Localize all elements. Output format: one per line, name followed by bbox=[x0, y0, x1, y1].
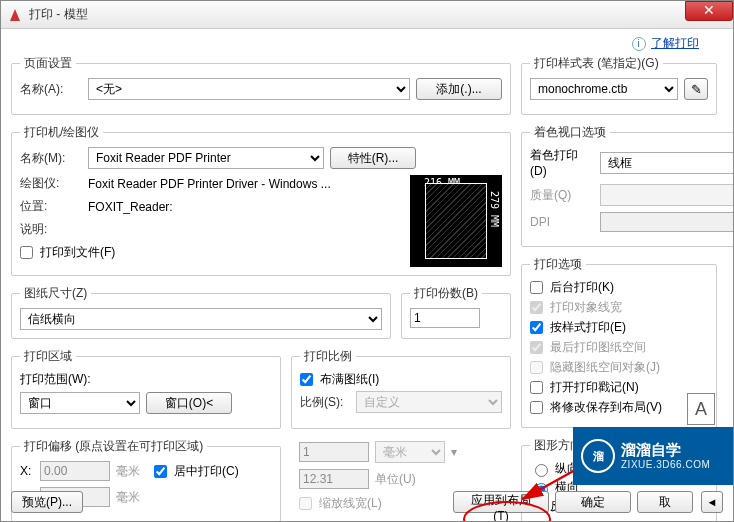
range-label: 打印范围(W): bbox=[20, 371, 272, 388]
watermark-icon: 溜 bbox=[581, 439, 615, 473]
shade-label: 着色打印(D) bbox=[530, 147, 594, 178]
plotter-value: Foxit Reader PDF Printer Driver - Window… bbox=[88, 177, 331, 191]
desc-label: 说明: bbox=[20, 221, 82, 238]
style-table-select[interactable]: monochrome.ctb bbox=[530, 78, 678, 100]
page-name-select[interactable]: <无> bbox=[88, 78, 410, 100]
page-setup-legend: 页面设置 bbox=[20, 55, 76, 72]
dpi-input bbox=[600, 212, 734, 232]
center-check[interactable]: 居中打印(C) bbox=[154, 463, 239, 480]
print-area-group: 打印区域 打印范围(W): 窗口 窗口(O)< bbox=[11, 348, 281, 429]
print-area-legend: 打印区域 bbox=[20, 348, 76, 365]
copies-legend: 打印份数(B) bbox=[410, 285, 482, 302]
window-title: 打印 - 模型 bbox=[29, 6, 88, 23]
shaded-legend: 着色视口选项 bbox=[530, 124, 610, 141]
paper-size-select[interactable]: 信纸横向 bbox=[20, 308, 382, 330]
page-setup-group: 页面设置 名称(A): <无> 添加(.)... bbox=[11, 55, 511, 115]
ok-button[interactable]: 确定 bbox=[555, 491, 631, 513]
location-label: 位置: bbox=[20, 198, 82, 215]
edit-style-button[interactable]: ✎ bbox=[684, 78, 708, 100]
style-table-group: 打印样式表 (笔指定)(G) monochrome.ctb ✎ bbox=[521, 55, 717, 115]
shaded-group: 着色视口选项 着色打印(D)线框 质量(Q) DPI bbox=[521, 124, 734, 247]
properties-button[interactable]: 特性(R)... bbox=[330, 147, 416, 169]
by-style-check[interactable]: 按样式打印(E) bbox=[530, 319, 708, 336]
info-icon: i bbox=[632, 37, 646, 51]
last-ps-check: 最后打印图纸空间 bbox=[530, 339, 708, 356]
printer-select[interactable]: Foxit Reader PDF Printer bbox=[88, 147, 324, 169]
style-table-legend: 打印样式表 (笔指定)(G) bbox=[530, 55, 663, 72]
range-select[interactable]: 窗口 bbox=[20, 392, 140, 414]
watermark-brand: 溜溜自学 bbox=[621, 441, 710, 459]
x-label: X: bbox=[20, 464, 34, 478]
printer-name-label: 名称(M): bbox=[20, 150, 82, 167]
save-layout-check[interactable]: 将修改保存到布局(V) bbox=[530, 399, 708, 416]
x-unit: 毫米 bbox=[116, 463, 140, 480]
shade-select[interactable]: 线框 bbox=[600, 152, 734, 174]
bg-print-check[interactable]: 后台打印(K) bbox=[530, 279, 708, 296]
printer-group: 打印机/绘图仪 名称(M): Foxit Reader PDF Printer … bbox=[11, 124, 511, 276]
close-button[interactable]: ✕ bbox=[685, 1, 733, 21]
ratio-label: 比例(S): bbox=[300, 394, 350, 411]
watermark-url: ZIXUE.3D66.COM bbox=[621, 459, 710, 471]
orientation-preview-icon: A bbox=[687, 393, 715, 425]
svg-marker-0 bbox=[10, 9, 20, 21]
copies-group: 打印份数(B) bbox=[401, 285, 511, 339]
cancel-button[interactable]: 取 bbox=[637, 491, 693, 513]
fit-paper-check[interactable]: 布满图纸(I) bbox=[300, 371, 502, 388]
print-to-file-check[interactable]: 打印到文件(F) bbox=[20, 244, 402, 261]
scale-legend: 打印比例 bbox=[300, 348, 356, 365]
x-input bbox=[40, 461, 110, 481]
offset-legend: 打印偏移 (原点设置在可打印区域) bbox=[20, 438, 207, 455]
quality-select bbox=[600, 184, 734, 206]
hide-ps-check: 隐藏图纸空间对象(J) bbox=[530, 359, 708, 376]
printer-legend: 打印机/绘图仪 bbox=[20, 124, 103, 141]
page-name-label: 名称(A): bbox=[20, 81, 82, 98]
paper-size-legend: 图纸尺寸(Z) bbox=[20, 285, 91, 302]
scale-group: 打印比例 布满图纸(I) 比例(S): 自定义 bbox=[291, 348, 511, 429]
expand-button[interactable]: ◄ bbox=[701, 491, 723, 513]
scale-unit2: 单位(U) bbox=[375, 471, 416, 488]
options-legend: 打印选项 bbox=[530, 256, 586, 273]
quality-label: 质量(Q) bbox=[530, 187, 594, 204]
plotter-label: 绘图仪: bbox=[20, 175, 82, 192]
dpi-label: DPI bbox=[530, 215, 594, 229]
window-button[interactable]: 窗口(O)< bbox=[146, 392, 232, 414]
lineweight-check: 打印对象线宽 bbox=[530, 299, 708, 316]
paper-size-group: 图纸尺寸(Z) 信纸横向 bbox=[11, 285, 391, 339]
apply-button[interactable]: 应用到布局(T) bbox=[453, 491, 549, 513]
scale-unit1: 毫米 bbox=[375, 441, 445, 463]
watermark: 溜 溜溜自学 ZIXUE.3D66.COM bbox=[573, 427, 733, 485]
preview-button[interactable]: 预览(P)... bbox=[11, 491, 83, 513]
app-icon bbox=[7, 7, 23, 23]
help-link[interactable]: 了解打印 bbox=[651, 36, 699, 50]
paper-preview: 216 MM 279 MM bbox=[410, 175, 502, 267]
scale-num1 bbox=[299, 442, 369, 462]
ratio-select: 自定义 bbox=[356, 391, 502, 413]
copies-input[interactable] bbox=[410, 308, 480, 328]
scale-num2 bbox=[299, 469, 369, 489]
add-button[interactable]: 添加(.)... bbox=[416, 78, 502, 100]
location-value: FOXIT_Reader: bbox=[88, 200, 173, 214]
stamp-check[interactable]: 打开打印戳记(N) bbox=[530, 379, 708, 396]
preview-height: 279 MM bbox=[489, 191, 500, 227]
